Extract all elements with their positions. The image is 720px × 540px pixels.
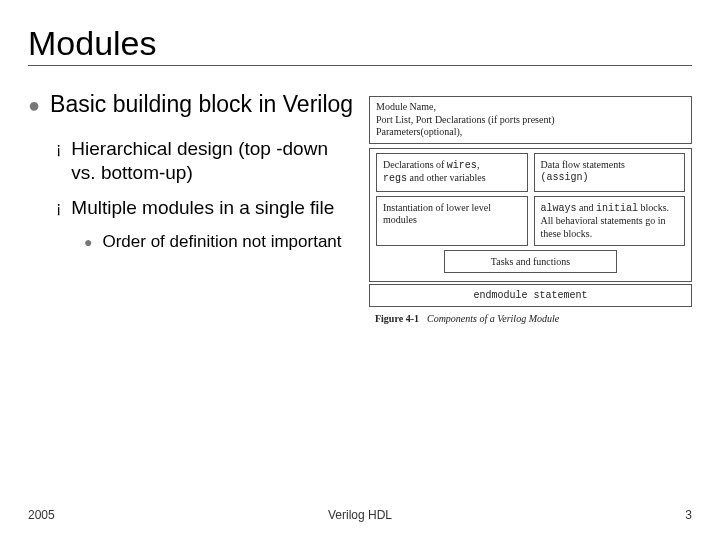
caption-ref: Figure 4-1 [375,313,419,324]
diagram-header-box: Module Name, Port List, Port Declaration… [369,96,692,144]
slide-title: Modules [28,24,692,63]
title-underline [28,65,692,66]
diagram-cell-tasks: Tasks and functions [444,250,617,273]
bullet-level2-list: ¡ Hierarchical design (top -down vs. bot… [56,137,355,221]
circle-icon: ¡ [56,139,61,186]
slide: Modules ● Basic building block in Verilo… [0,0,720,540]
diagram-mono: always [541,203,577,214]
diagram-text: blocks. [638,202,669,213]
diagram-mono: initial [596,203,638,214]
circle-icon: ¡ [56,198,61,221]
bullet-level1: ● Basic building block in Verilog [28,90,355,119]
caption-text: Components of a Verilog Module [427,313,559,324]
text-column: ● Basic building block in Verilog ¡ Hier… [28,90,355,324]
disc-icon: ● [84,233,92,253]
footer-title: Verilog HDL [328,508,392,522]
bullet-level2: ¡ Multiple modules in a single file [56,196,355,221]
content-row: ● Basic building block in Verilog ¡ Hier… [28,90,692,324]
diagram-mono: wires [447,160,477,171]
diagram-text: Data flow statements [541,159,625,170]
diagram-text: Parameters(optional), [376,126,462,137]
footer-page-number: 3 [685,508,692,522]
diagram-cell-behavioral: always and initial blocks. All behaviora… [534,196,686,247]
diagram-body-box: Declarations of wires, regs and other va… [369,148,692,283]
diagram-mono: (assign) [541,172,589,183]
bullet-text: Hierarchical design (top -down vs. botto… [71,137,355,186]
bullet-text: Basic building block in Verilog [50,90,353,119]
diagram-text: Tasks and functions [491,256,570,267]
diagram-text: Instantiation of lower level modules [383,202,491,226]
diagram-text: endmodule statement [473,290,587,301]
diagram-text: Module Name, [376,101,436,112]
diagram-text: All behavioral statements go in these bl… [541,215,666,239]
diagram-text: and [577,202,596,213]
diagram-caption: Figure 4-1Components of a Verilog Module [369,313,692,324]
diagram-row: Instantiation of lower level modules alw… [376,196,685,247]
bullet-text: Multiple modules in a single file [71,196,334,221]
disc-icon: ● [28,93,40,119]
diagram-row: Declarations of wires, regs and other va… [376,153,685,192]
bullet-level3: ● Order of definition not important [84,231,355,253]
bullet-text: Order of definition not important [102,231,341,253]
module-diagram: Module Name, Port List, Port Declaration… [369,90,692,324]
diagram-text: Port List, Port Declarations (if ports p… [376,114,555,125]
footer-year: 2005 [28,508,55,522]
diagram-text: , [477,159,480,170]
diagram-cell-declarations: Declarations of wires, regs and other va… [376,153,528,192]
diagram-cell-endmodule: endmodule statement [369,284,692,307]
bullet-level3-list: ● Order of definition not important [84,231,355,253]
diagram-mono: regs [383,173,407,184]
slide-footer: 2005 Verilog HDL 3 [28,508,692,522]
diagram-text: and other variables [407,172,486,183]
diagram-text: Declarations of [383,159,447,170]
bullet-level2: ¡ Hierarchical design (top -down vs. bot… [56,137,355,186]
diagram-cell-dataflow: Data flow statements (assign) [534,153,686,192]
diagram-cell-instantiation: Instantiation of lower level modules [376,196,528,247]
